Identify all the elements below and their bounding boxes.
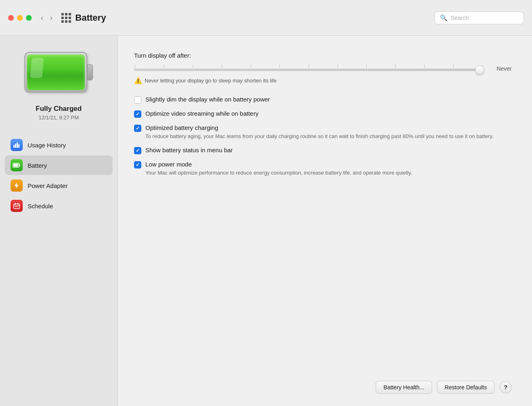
warning-text: Never letting your display go to sleep m…	[145, 78, 277, 84]
checkbox-dim-display[interactable]: Slightly dim the display while on batter…	[134, 96, 512, 104]
low-power-checkbox[interactable]	[134, 161, 141, 168]
sidebar-item-battery[interactable]: Battery	[5, 155, 112, 175]
low-power-label: Low power mode	[145, 161, 512, 168]
bottom-bar: Battery Health... Restore Defaults ?	[118, 373, 532, 406]
slider-tick	[251, 65, 251, 68]
restore-defaults-button[interactable]: Restore Defaults	[437, 381, 495, 394]
svg-rect-1	[15, 144, 16, 148]
slider-value-label: Never	[497, 65, 512, 72]
checkbox-menu-bar[interactable]: Show battery status in menu bar	[134, 147, 512, 154]
menu-bar-label: Show battery status in menu bar	[145, 147, 512, 153]
slider-track[interactable]	[134, 69, 483, 71]
optimize-streaming-checkbox[interactable]	[134, 110, 141, 118]
dim-display-checkbox[interactable]	[134, 96, 141, 104]
sidebar-item-usage-history[interactable]: Usage History	[5, 135, 112, 155]
sidebar-item-power-adapter[interactable]: Power Adapter	[5, 176, 112, 195]
main-content: Fully Charged 12/1/21, 9:27 PM Usage His…	[0, 36, 532, 406]
low-power-sub: Your Mac will optimize performance to re…	[145, 169, 512, 177]
slider-tick	[395, 65, 396, 68]
sidebar-item-label: Usage History	[28, 142, 66, 149]
sidebar-item-label: Power Adapter	[28, 182, 67, 189]
slider-tick	[279, 65, 280, 68]
forward-button[interactable]: ›	[48, 11, 55, 24]
slider-container[interactable]: Never	[134, 65, 512, 73]
battery-status: Fully Charged	[36, 105, 82, 113]
titlebar: ‹ › Battery 🔍	[0, 0, 532, 36]
maximize-button[interactable]	[26, 15, 32, 21]
warning-icon: ⚠️	[134, 77, 142, 84]
minimize-button[interactable]	[17, 15, 23, 21]
optimize-streaming-label: Optimize video streaming while on batter…	[145, 110, 512, 117]
sidebar-item-label: Battery	[28, 162, 47, 169]
svg-rect-6	[19, 164, 20, 166]
optimized-charging-checkbox[interactable]	[134, 125, 141, 132]
warning-row: ⚠️ Never letting your display go to slee…	[134, 77, 512, 84]
back-button[interactable]: ‹	[38, 11, 46, 24]
slider-tick	[135, 65, 135, 68]
settings-panel: Turn display off after:	[118, 36, 532, 373]
power-adapter-icon	[11, 179, 23, 192]
slider-tick	[164, 65, 164, 68]
svg-rect-3	[18, 144, 19, 148]
checkbox-low-power[interactable]: Low power mode Your Mac will optimize pe…	[134, 161, 512, 177]
page-title: Battery	[75, 13, 106, 23]
sidebar-nav: Usage History Battery Po	[0, 135, 117, 216]
optimized-charging-sub: To reduce battery aging, your Mac learns…	[145, 133, 512, 140]
checkbox-optimized-charging[interactable]: Optimized battery charging To reduce bat…	[134, 124, 512, 140]
dim-display-label: Slightly dim the display while on batter…	[145, 96, 512, 103]
slider-tick	[222, 65, 222, 68]
nav-buttons: ‹ ›	[38, 11, 55, 24]
svg-rect-13	[16, 206, 17, 207]
svg-rect-0	[13, 145, 15, 148]
checkbox-optimize-streaming[interactable]: Optimize video streaming while on batter…	[134, 110, 512, 118]
slider-tick	[193, 65, 193, 68]
help-button[interactable]: ?	[500, 381, 512, 393]
search-box[interactable]: 🔍	[435, 11, 524, 24]
window-controls	[8, 15, 32, 21]
battery-nav-icon	[11, 159, 23, 171]
battery-health-button[interactable]: Battery Health...	[376, 381, 432, 394]
svg-marker-7	[15, 183, 19, 188]
grid-icon[interactable]	[61, 13, 71, 23]
menu-bar-checkbox[interactable]	[134, 147, 141, 154]
slider-thumb[interactable]	[475, 65, 484, 74]
slider-tick	[366, 65, 367, 68]
battery-icon	[24, 52, 93, 97]
svg-rect-2	[17, 143, 18, 148]
schedule-icon	[11, 200, 23, 212]
slider-tick	[337, 65, 338, 68]
slider-tick	[424, 65, 425, 68]
sidebar-item-label: Schedule	[28, 203, 53, 209]
slider-tick	[453, 65, 454, 68]
slider-tick	[309, 65, 309, 68]
svg-rect-5	[14, 164, 18, 167]
search-input[interactable]	[451, 15, 519, 21]
svg-rect-12	[15, 206, 16, 207]
slider-section-label: Turn display off after:	[134, 52, 512, 59]
optimized-charging-label: Optimized battery charging	[145, 124, 512, 131]
battery-time: 12/1/21, 9:27 PM	[39, 114, 79, 121]
sidebar-item-schedule[interactable]: Schedule	[5, 196, 112, 216]
usage-history-icon	[11, 139, 23, 151]
close-button[interactable]	[8, 15, 14, 21]
search-icon: 🔍	[440, 14, 448, 22]
sidebar: Fully Charged 12/1/21, 9:27 PM Usage His…	[0, 36, 118, 406]
svg-rect-14	[17, 206, 18, 207]
